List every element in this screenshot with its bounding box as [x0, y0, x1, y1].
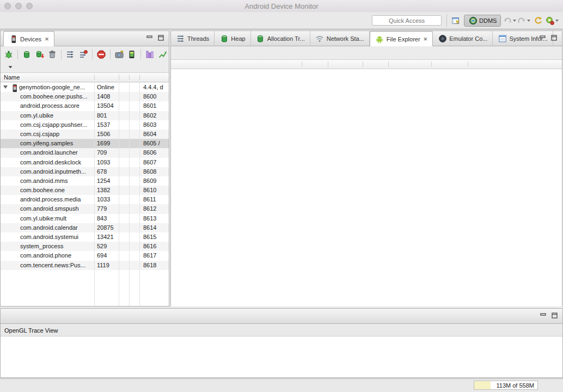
tab-devices-label: Devices	[20, 36, 41, 42]
process-row[interactable]: com.android.phone6948617	[1, 251, 169, 260]
process-row[interactable]: com.yl.ubike8018602	[1, 111, 169, 120]
process-row[interactable]: system_process5298616	[1, 242, 169, 251]
devices-view-menu[interactable]	[1, 62, 169, 70]
run-button[interactable]	[546, 15, 558, 27]
cause-gc-button[interactable]	[46, 48, 58, 60]
process-row[interactable]: com.csj.csjapp15068604	[1, 130, 169, 139]
devices-toolbar	[1, 46, 169, 62]
view-menu-icon[interactable]	[5, 62, 15, 71]
toolbar-separator	[61, 50, 62, 59]
process-pid: 1408	[97, 92, 119, 101]
process-row[interactable]: com.android.mms12548609	[1, 176, 169, 186]
process-pid: 1119	[97, 261, 119, 270]
process-row[interactable]: com.tencent.news:Pus...11198618	[1, 261, 169, 270]
systrace-icon	[158, 50, 168, 59]
process-row[interactable]: com.boohee.one13828610	[1, 186, 169, 195]
allocation-icon	[256, 34, 265, 43]
tab-label: Emulator Co...	[449, 35, 487, 42]
process-row[interactable]: com.android.smspush7798612	[1, 204, 169, 213]
dump-hprof-button[interactable]	[34, 48, 46, 60]
systrace-button[interactable]	[157, 48, 169, 60]
debug-process-button[interactable]	[3, 48, 15, 60]
minimize-icon[interactable]	[540, 312, 547, 320]
tab-network-sta[interactable]: Network Sta...	[310, 31, 370, 46]
process-row[interactable]: com.android.inputmeth...6788608	[1, 167, 169, 176]
tab-heap[interactable]: Heap	[215, 31, 250, 46]
nav-forward-button[interactable]	[518, 15, 530, 27]
update-threads-button[interactable]	[64, 48, 76, 60]
process-row[interactable]: android.process.media10338611	[1, 195, 169, 204]
process-pid: 529	[97, 242, 119, 251]
minimize-icon[interactable]	[539, 34, 546, 42]
process-port: 8606	[143, 148, 168, 157]
maximize-icon[interactable]	[550, 34, 558, 42]
process-pid: 694	[97, 251, 119, 260]
screen-record-button[interactable]	[126, 48, 138, 60]
window-title: Android Device Monitor	[0, 2, 563, 10]
expander-open-icon[interactable]	[3, 85, 8, 89]
process-port: 8604	[143, 130, 168, 139]
cause-gc-icon	[48, 50, 57, 59]
dropdown-caret-icon[interactable]	[513, 20, 516, 22]
last-edit-location-button[interactable]	[532, 15, 544, 27]
stop-process-button[interactable]	[95, 48, 107, 60]
screen-capture-button[interactable]	[113, 48, 125, 60]
process-name: com.android.launcher	[20, 148, 93, 157]
console-view-title: OpenGL Trace View	[1, 326, 562, 336]
minimize-icon[interactable]	[146, 34, 153, 42]
process-port: 8613	[143, 214, 168, 223]
process-port: 8607	[143, 158, 168, 167]
maximize-icon[interactable]	[157, 34, 164, 42]
process-row[interactable]: com.csj.csjapp:pushser...15378603	[1, 120, 169, 130]
devices-column-header[interactable]: Name	[1, 72, 169, 82]
process-row[interactable]: com.yl.ubike:mult8438613	[1, 214, 169, 223]
ddms-perspective-button[interactable]: DDMS	[464, 15, 501, 27]
console-panel: OpenGL Trace View	[0, 308, 563, 378]
quick-access-input[interactable]	[372, 15, 442, 26]
process-row[interactable]: com.android.calendar208758614	[1, 223, 169, 232]
file-explorer-panel: ThreadsHeapAllocation Tr...Network Sta..…	[170, 30, 562, 307]
nav-back-icon	[503, 16, 512, 26]
process-pid: 1506	[97, 130, 119, 139]
process-port: 8618	[143, 261, 168, 270]
dropdown-caret-icon[interactable]	[555, 20, 559, 22]
process-name: com.yifeng.samples	[20, 139, 93, 148]
close-tab-icon[interactable]: ✕	[45, 36, 49, 42]
close-tab-icon[interactable]: ✕	[424, 36, 428, 42]
gc-trash-icon[interactable]	[549, 381, 559, 390]
process-port: 8612	[143, 204, 168, 213]
tab-label: Heap	[231, 35, 245, 42]
tab-devices[interactable]: Devices ✕	[3, 31, 54, 46]
tab-emulator-co[interactable]: Emulator Co...	[433, 31, 493, 46]
tab-allocation-tr[interactable]: Allocation Tr...	[251, 31, 310, 46]
console-output-area[interactable]	[1, 336, 562, 377]
process-row[interactable]: com.yifeng.samples16998605 /	[1, 139, 169, 148]
hierarchy-view-button[interactable]	[144, 48, 156, 60]
process-port: 8615	[143, 232, 168, 242]
dropdown-caret-icon[interactable]	[527, 20, 530, 22]
start-method-profiling-button[interactable]	[77, 48, 89, 60]
process-pid: 1254	[97, 176, 119, 186]
nav-back-button[interactable]	[504, 15, 516, 27]
process-row[interactable]: com.android.systemui134218615	[1, 232, 169, 242]
process-row[interactable]: com.boohee.one:pushs...14088600	[1, 92, 169, 101]
screen-record-icon	[127, 50, 137, 59]
maximize-icon[interactable]	[551, 312, 558, 320]
open-perspective-button[interactable]	[451, 15, 460, 27]
tab-label: Allocation Tr...	[267, 35, 305, 42]
process-row[interactable]: com.android.launcher7098606	[1, 148, 169, 157]
devices-name-column[interactable]: Name	[4, 73, 20, 82]
debug-process-icon	[4, 50, 13, 59]
device-row[interactable]: genymotion-google_ne...Online4.4.4, d	[1, 83, 169, 92]
process-name: genymotion-google_ne...	[19, 83, 92, 92]
device-version: 4.4.4, d	[143, 83, 168, 92]
process-row[interactable]: android.process.acore135048601	[1, 101, 169, 111]
heap-usage-fill	[474, 381, 491, 389]
process-port: 8611	[143, 195, 168, 204]
update-heap-button[interactable]	[21, 48, 33, 60]
tab-file-explorer[interactable]: File Explorer✕	[370, 31, 433, 46]
file-explorer-column-header[interactable]	[171, 59, 562, 69]
tab-threads[interactable]: Threads	[171, 31, 215, 46]
run-icon	[546, 16, 554, 26]
process-row[interactable]: com.android.deskclock10938607	[1, 158, 169, 167]
